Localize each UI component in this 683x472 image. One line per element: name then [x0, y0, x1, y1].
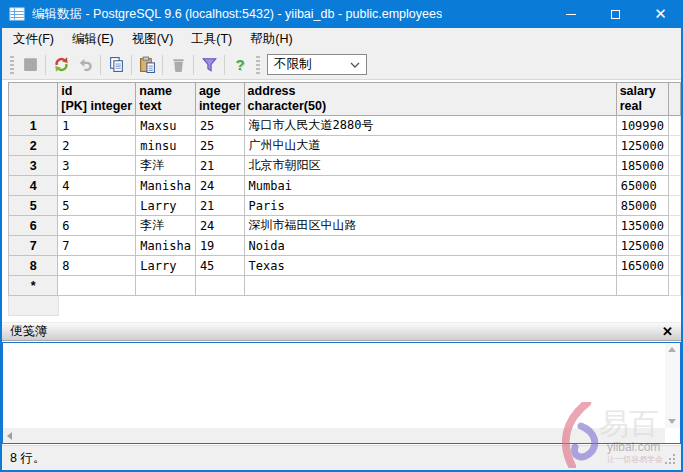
row-number[interactable]: 2: [9, 136, 58, 156]
grid-cell-age[interactable]: 25: [195, 116, 244, 136]
toolbar-grip[interactable]: [10, 56, 14, 74]
column-name: address: [248, 84, 613, 99]
grid-cell-name[interactable]: minsu: [136, 136, 196, 156]
grid-cell-salary[interactable]: 135000: [616, 216, 668, 236]
grid-cell-age[interactable]: [195, 276, 244, 296]
grid-cell-age[interactable]: 21: [195, 156, 244, 176]
undo-button[interactable]: [74, 54, 96, 76]
row-number[interactable]: 1: [9, 116, 58, 136]
grid-cell-name[interactable]: Larry: [136, 256, 196, 276]
grid-cell-age[interactable]: 25: [195, 136, 244, 156]
minimize-button[interactable]: [548, 0, 593, 28]
refresh-icon: [53, 56, 70, 73]
delete-button[interactable]: [167, 54, 189, 76]
grid-header-row: id [PK] integer name text age integer ad…: [9, 83, 681, 116]
row-number[interactable]: 8: [9, 256, 58, 276]
vertical-scrollbar[interactable]: [665, 343, 680, 428]
grid-cell-address[interactable]: Paris: [244, 196, 616, 216]
grid-cell-age[interactable]: 21: [195, 196, 244, 216]
grid-cell-address[interactable]: 海口市人民大道2880号: [244, 116, 616, 136]
grid-cell-salary[interactable]: 109990: [616, 116, 668, 136]
grid-cell-id[interactable]: 1: [58, 116, 136, 136]
grid-cell-name[interactable]: 李洋: [136, 156, 196, 176]
grid-cell-address[interactable]: [244, 276, 616, 296]
grid-cell-address[interactable]: Noida: [244, 236, 616, 256]
refresh-button[interactable]: [50, 54, 72, 76]
grid-cell-name[interactable]: Manisha: [136, 236, 196, 256]
menu-help[interactable]: 帮助(H): [241, 28, 301, 51]
grid-cell-address[interactable]: 深圳市福田区中山路: [244, 216, 616, 236]
column-header-name[interactable]: name text: [136, 83, 196, 116]
grid-cell-salary[interactable]: 65000: [616, 176, 668, 196]
undo-icon: [77, 56, 94, 73]
grid-cell-id[interactable]: [58, 276, 136, 296]
scratchpad-close-button[interactable]: ✕: [662, 325, 673, 338]
grid-cell-id[interactable]: 5: [58, 196, 136, 216]
row-number[interactable]: 5: [9, 196, 58, 216]
scroll-left-icon[interactable]: [7, 432, 12, 440]
grid-cell-id[interactable]: 4: [58, 176, 136, 196]
grid-cell-id[interactable]: 2: [58, 136, 136, 156]
grid-cell-name[interactable]: Maxsu: [136, 116, 196, 136]
close-button[interactable]: ✕: [638, 0, 683, 28]
grid-cell-age[interactable]: 24: [195, 176, 244, 196]
grid-cell-salary[interactable]: [616, 276, 668, 296]
column-header-salary[interactable]: salary real: [616, 83, 668, 116]
grid-cell-salary[interactable]: 165000: [616, 256, 668, 276]
help-icon: ?: [235, 56, 244, 73]
grid-row-filler: [669, 176, 681, 196]
menu-view[interactable]: 视图(V): [123, 28, 183, 51]
row-number[interactable]: 7: [9, 236, 58, 256]
column-header-address[interactable]: address character(50): [244, 83, 616, 116]
horizontal-scrollbar[interactable]: [3, 428, 665, 443]
grid-cell-salary[interactable]: 85000: [616, 196, 668, 216]
grid-cell-name[interactable]: Manisha: [136, 176, 196, 196]
row-limit-dropdown[interactable]: 不限制: [267, 54, 367, 75]
grid-cell-address[interactable]: 广州中山大道: [244, 136, 616, 156]
scroll-up-icon[interactable]: [668, 347, 676, 352]
resize-grip[interactable]: [664, 453, 676, 465]
scroll-down-icon[interactable]: [668, 419, 676, 424]
toolbar-grip[interactable]: [256, 56, 260, 74]
grid-cell-age[interactable]: 19: [195, 236, 244, 256]
row-number[interactable]: 4: [9, 176, 58, 196]
menu-tools[interactable]: 工具(T): [182, 28, 241, 51]
scratchpad-textarea[interactable]: [4, 344, 664, 427]
table-row: 44Manisha24Mumbai65000: [9, 176, 681, 196]
grid-cell-address[interactable]: Mumbai: [244, 176, 616, 196]
save-button[interactable]: [19, 54, 41, 76]
grid-header-filler: [669, 83, 681, 116]
menu-file[interactable]: 文件(F): [4, 28, 63, 51]
menu-edit[interactable]: 编辑(E): [63, 28, 123, 51]
copy-button[interactable]: [105, 54, 127, 76]
grid-cell-id[interactable]: 8: [58, 256, 136, 276]
column-type: [PK] integer: [61, 99, 132, 114]
grid-cell-id[interactable]: 7: [58, 236, 136, 256]
help-button[interactable]: ?: [229, 54, 251, 76]
save-icon: [22, 56, 39, 73]
copy-icon: [108, 56, 125, 73]
column-header-age[interactable]: age integer: [195, 83, 244, 116]
filter-button[interactable]: [198, 54, 220, 76]
grid-cell-salary[interactable]: 125000: [616, 236, 668, 256]
table-grid-icon: [9, 6, 25, 22]
row-number[interactable]: 6: [9, 216, 58, 236]
paste-button[interactable]: [136, 54, 158, 76]
grid-cell-id[interactable]: 6: [58, 216, 136, 236]
grid-cell-address[interactable]: Texas: [244, 256, 616, 276]
row-number[interactable]: *: [9, 276, 58, 296]
grid-cell-name[interactable]: [136, 276, 196, 296]
maximize-icon: [611, 10, 620, 19]
grid-cell-age[interactable]: 45: [195, 256, 244, 276]
column-type: character(50): [248, 99, 613, 114]
row-number[interactable]: 3: [9, 156, 58, 176]
grid-cell-id[interactable]: 3: [58, 156, 136, 176]
column-header-id[interactable]: id [PK] integer: [58, 83, 136, 116]
grid-cell-age[interactable]: 24: [195, 216, 244, 236]
grid-cell-name[interactable]: Larry: [136, 196, 196, 216]
grid-cell-name[interactable]: 李洋: [136, 216, 196, 236]
grid-cell-salary[interactable]: 125000: [616, 136, 668, 156]
grid-cell-address[interactable]: 北京市朝阳区: [244, 156, 616, 176]
grid-cell-salary[interactable]: 185000: [616, 156, 668, 176]
maximize-button[interactable]: [593, 0, 638, 28]
